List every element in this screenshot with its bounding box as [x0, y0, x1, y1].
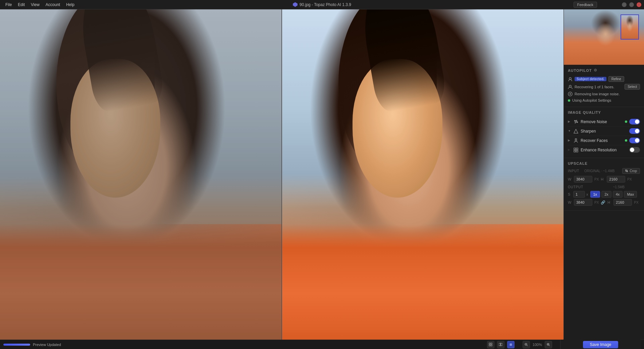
image-after: [282, 9, 564, 340]
close-button[interactable]: ✕: [637, 2, 641, 7]
autopilot-subject-row: Subject detected. Refine: [568, 75, 640, 83]
refine-button[interactable]: Refine: [608, 76, 624, 82]
face-recover-icon: [568, 85, 573, 89]
output-height[interactable]: [613, 199, 632, 206]
bottom-bar: Preview Updated ⊞ 100% Save Image: [0, 340, 644, 349]
svg-marker-8: [574, 129, 578, 133]
image-divider[interactable]: [281, 9, 282, 340]
quality-item-enhance-resolution: ▶ Enhance Resolution: [568, 145, 640, 154]
recover-faces-label: Recover Faces: [581, 138, 625, 143]
scale-s-label: S: [568, 192, 572, 196]
sharpen-label: Sharpen: [581, 129, 629, 134]
zoom-out-button[interactable]: [523, 341, 530, 348]
autopilot-faces-row: Recovering 1 of 1 faces. Select: [568, 83, 640, 91]
menu-edit[interactable]: Edit: [15, 1, 28, 8]
input-info: ORIGINAL · ~1.4MB: [584, 169, 621, 173]
zoom-in-button[interactable]: [545, 341, 552, 348]
image-quality-section: IMAGE QUALITY ▶ Remove Noise ▼ Sharpen: [564, 107, 644, 158]
zoom-level: 100%: [533, 343, 542, 347]
right-panel: AUTOPILOT ⚙ Subject detected. Refine Rec…: [564, 9, 644, 340]
autopilot-section: AUTOPILOT ⚙ Subject detected. Refine Rec…: [564, 65, 644, 107]
svg-line-25: [549, 345, 550, 346]
compare-view-button[interactable]: [497, 341, 504, 348]
save-image-button[interactable]: Save Image: [583, 341, 618, 348]
svg-point-7: [575, 121, 577, 122]
subject-icon: [568, 77, 573, 82]
output-width[interactable]: [574, 199, 592, 206]
feedback-button[interactable]: Feedback: [574, 2, 597, 8]
minimize-button[interactable]: —: [622, 2, 627, 7]
svg-rect-10: [574, 148, 576, 150]
crop-button[interactable]: Crop: [622, 168, 640, 174]
link-icon: 🔗: [601, 200, 605, 205]
upscale-section: UPSCALE INPUT ORIGINAL · ~1.4MB Crop W P…: [564, 158, 644, 211]
autopilot-settings-icon[interactable]: ⚙: [594, 68, 598, 72]
image-area: [0, 9, 564, 340]
thumbnail-viewport-box[interactable]: [621, 14, 639, 40]
window-controls: — □ ✕: [622, 2, 641, 7]
scale-2x-button[interactable]: 2x: [601, 191, 611, 198]
photo-before-bg: [0, 9, 281, 340]
menu-help[interactable]: Help: [63, 1, 77, 8]
window-title: 90.jpg - Topaz Photo AI 1.3.9: [293, 2, 351, 7]
input-label: INPUT: [568, 169, 583, 173]
expand-resolution-icon[interactable]: ▶: [568, 148, 572, 152]
progress-bar-container: [3, 344, 30, 346]
noise-icon: [568, 92, 573, 96]
fit-view-button[interactable]: [487, 341, 494, 348]
expand-sharpen-icon[interactable]: ▼: [568, 129, 572, 133]
faces-active-dot: [625, 139, 627, 142]
enhance-resolution-icon: [573, 147, 579, 153]
menu-account[interactable]: Account: [43, 1, 63, 8]
scale-max-button[interactable]: Max: [624, 191, 637, 198]
face-recover-quality-icon: [573, 138, 579, 143]
scale-1x-button[interactable]: 1x: [590, 191, 600, 198]
quality-item-sharpen: ▼ Sharpen: [568, 127, 640, 136]
sharpen-toggle[interactable]: [629, 128, 640, 134]
autopilot-settings-row: Using Autopilot Settings: [568, 97, 640, 103]
svg-point-9: [575, 139, 577, 141]
preview-status-text: Preview Updated: [33, 343, 61, 347]
out-w-label: W: [568, 200, 572, 204]
main-layout: AUTOPILOT ⚙ Subject detected. Refine Rec…: [0, 9, 644, 340]
svg-rect-12: [574, 150, 576, 152]
upscale-title: UPSCALE: [568, 161, 640, 165]
upscale-input-row: INPUT ORIGINAL · ~1.4MB Crop: [568, 168, 640, 174]
image-quality-title: IMAGE QUALITY: [568, 110, 640, 114]
svg-rect-15: [491, 343, 492, 344]
progress-bar-fill: [3, 344, 30, 346]
input-width[interactable]: [574, 176, 592, 183]
expand-noise-icon[interactable]: ▶: [568, 120, 572, 124]
output-dimensions-row: W PX 🔗 H PX: [568, 199, 640, 206]
sharpen-icon: [573, 129, 579, 134]
select-button[interactable]: Select: [625, 84, 640, 90]
menu-file[interactable]: File: [3, 1, 14, 8]
scale-input[interactable]: [573, 191, 585, 198]
subject-tag: Subject detected.: [575, 77, 606, 81]
expand-faces-icon[interactable]: ▶: [568, 139, 572, 143]
scale-x-label: x: [586, 192, 588, 196]
input-dimensions-row: W PX H PX: [568, 176, 640, 183]
svg-rect-20: [501, 343, 503, 346]
split-view-button[interactable]: ⊞: [507, 341, 515, 348]
noise-toggle[interactable]: [629, 119, 640, 124]
app-logo: [293, 2, 298, 7]
faces-toggle[interactable]: [629, 138, 640, 143]
svg-line-22: [527, 345, 528, 346]
input-height[interactable]: [607, 176, 625, 183]
maximize-button[interactable]: □: [629, 2, 634, 7]
w-label: W: [568, 177, 572, 181]
upscale-output-row: OUTPUT ~1.5MB: [568, 185, 640, 189]
menu-view[interactable]: View: [28, 1, 42, 8]
svg-rect-17: [491, 345, 492, 346]
menu-bar: File Edit View Account Help: [0, 1, 77, 8]
quality-item-remove-noise: ▶ Remove Noise: [568, 117, 640, 127]
scale-4x-button[interactable]: 4x: [613, 191, 623, 198]
image-before: [0, 9, 281, 340]
thumbnail-area: [564, 9, 644, 65]
resolution-toggle[interactable]: [629, 147, 640, 153]
svg-point-1: [569, 85, 571, 87]
quality-item-recover-faces: ▶ Recover Faces: [568, 136, 640, 145]
enhance-resolution-label: Enhance Resolution: [581, 148, 629, 152]
svg-rect-14: [489, 343, 490, 344]
